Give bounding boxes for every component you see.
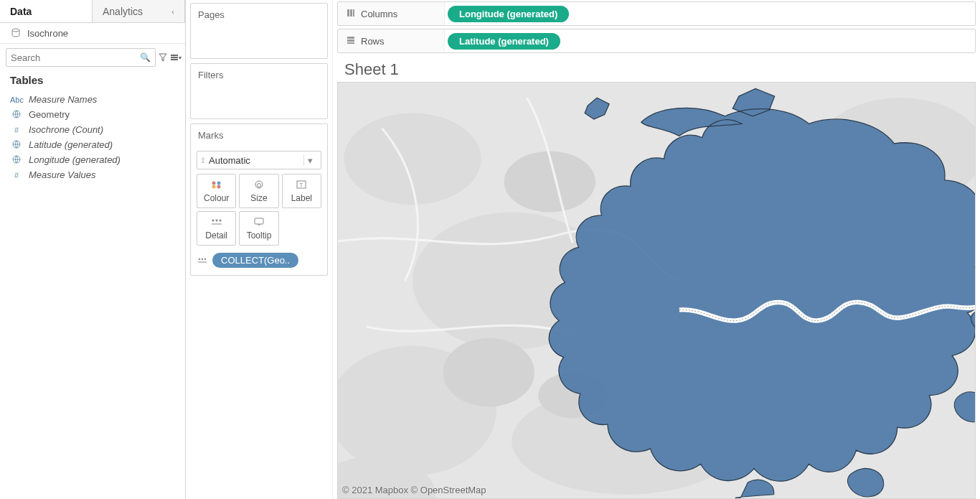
rows-pill[interactable]: Latitude (generated) [448,33,560,50]
filter-icon[interactable] [159,50,167,65]
field-geometry[interactable]: Geometry [0,107,185,122]
field-label: Longitude (generated) [29,154,121,165]
field-label: Latitude (generated) [29,139,113,150]
svg-rect-1 [171,55,178,56]
tables-header: Tables [0,71,185,90]
globe-icon [10,140,23,150]
size-shelf[interactable]: Size [239,174,278,208]
svg-rect-19 [255,218,263,224]
colour-icon [211,179,222,191]
chevron-down-icon: ▾ [303,155,316,166]
label-icon: T [296,179,306,191]
pages-title: Pages [191,4,327,26]
hash-icon: # [10,126,23,134]
mark-type-select[interactable]: ⟟ Automatic ▾ [197,151,321,169]
view-options-icon[interactable]: ▾ [170,50,182,65]
detail-icon [197,256,208,266]
globe-icon [10,155,23,165]
svg-rect-29 [347,42,354,44]
size-icon [253,179,265,191]
mark-type-label: Automatic [209,155,250,166]
hash-icon: # [10,171,23,179]
cards-column: Pages Filters Marks ⟟ Automatic ▾ Colour [186,0,333,499]
marks-title: Marks [191,124,327,146]
detail-icon [211,216,222,228]
data-source-name: Isochrone [27,28,68,39]
tab-data[interactable]: Data [0,0,93,22]
field-label: Measure Names [29,94,97,105]
columns-icon [347,9,355,19]
svg-point-15 [212,220,214,222]
data-source-row[interactable]: Isochrone [0,23,185,44]
svg-rect-28 [347,39,354,42]
svg-point-10 [217,185,220,189]
map-visualization[interactable]: © 2021 Mapbox © OpenStreetMap [337,82,976,499]
detail-shelf[interactable]: Detail [197,211,236,246]
svg-point-7 [212,182,215,185]
filters-title: Filters [191,64,327,86]
filters-card[interactable]: Filters [190,63,328,119]
svg-text:T: T [300,182,303,188]
field-latitude[interactable]: Latitude (generated) [0,137,185,152]
label-shelf[interactable]: T Label [282,174,321,208]
svg-rect-27 [347,37,354,39]
search-icon[interactable]: 🔍 [136,52,155,62]
tooltip-icon [254,216,264,228]
map-svg [338,83,975,498]
main-area: Columns Longitude (generated) Rows Latit… [333,0,980,499]
svg-point-22 [204,258,206,259]
field-measure-values[interactable]: # Measure Values [0,167,185,182]
tab-analytics-label: Analytics [103,6,143,17]
svg-rect-25 [350,9,352,17]
field-measure-names[interactable]: Abc Measure Names [0,92,185,107]
automatic-icon: ⟟ [202,156,204,165]
svg-point-16 [215,220,217,222]
tooltip-shelf[interactable]: Tooltip [239,211,278,246]
collect-geometry-pill[interactable]: COLLECT(Geo.. [212,253,298,268]
svg-point-17 [219,220,221,222]
columns-pill[interactable]: Longitude (generated) [448,6,569,22]
database-icon [10,27,22,39]
svg-rect-2 [171,57,178,58]
columns-shelf[interactable]: Columns Longitude (generated) [337,1,976,26]
svg-point-20 [199,258,200,259]
colour-shelf[interactable]: Colour [197,174,236,208]
svg-point-21 [202,258,203,259]
columns-label: Columns [361,9,397,19]
rows-shelf[interactable]: Rows Latitude (generated) [337,29,976,53]
svg-rect-24 [347,9,349,17]
svg-rect-26 [353,9,354,17]
data-pane: Data Analytics ‹ Isochrone 🔍 ▾ [0,0,186,499]
svg-rect-3 [171,59,178,60]
svg-point-12 [257,184,260,187]
svg-point-31 [344,113,481,204]
search-input-wrap: 🔍 [6,48,156,67]
globe-icon [10,110,23,120]
field-label: Measure Values [29,169,95,180]
field-list: Abc Measure Names Geometry # Isochrone (… [0,90,185,184]
rows-label: Rows [361,36,385,47]
svg-point-8 [217,182,220,185]
detail-pill-row: COLLECT(Geo.. [197,253,321,268]
field-isochrone-count[interactable]: # Isochrone (Count) [0,122,185,137]
field-label: Isochrone (Count) [29,124,103,135]
marks-card: Marks ⟟ Automatic ▾ Colour [190,123,328,276]
sheet-title[interactable]: Sheet 1 [333,55,980,82]
svg-point-38 [443,338,534,407]
chevron-left-icon: ‹ [171,7,174,16]
svg-point-0 [12,29,19,32]
tab-analytics[interactable]: Analytics ‹ [93,0,185,22]
map-attribution: © 2021 Mapbox © OpenStreetMap [342,485,486,495]
search-input[interactable] [6,52,136,63]
pages-card[interactable]: Pages [190,3,328,59]
abc-icon: Abc [10,95,23,104]
svg-point-9 [212,185,215,189]
field-longitude[interactable]: Longitude (generated) [0,152,185,167]
field-label: Geometry [29,109,70,120]
rows-icon [347,36,355,47]
